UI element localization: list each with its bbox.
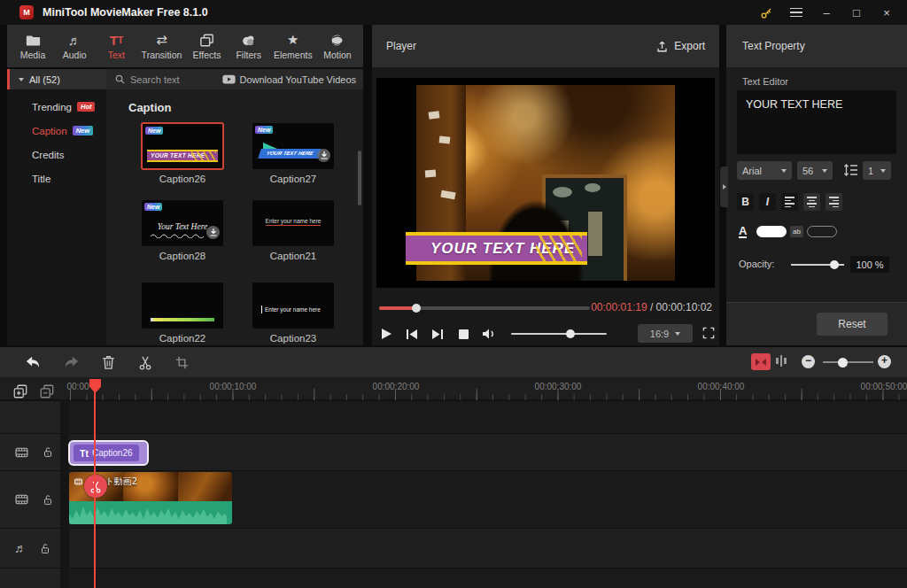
volume-slider[interactable] [511, 333, 607, 335]
text-editor-input[interactable]: YOUR TEXT HERE [737, 90, 896, 154]
caption-template-22[interactable]: Caption22 [141, 282, 224, 329]
sidebar-item-all[interactable]: All (52) [7, 69, 106, 89]
tab-media[interactable]: Media [16, 32, 50, 60]
panel-collapse-handle[interactable] [720, 166, 728, 207]
split-here-button[interactable] [84, 475, 107, 498]
export-button[interactable]: Export [655, 40, 705, 53]
tab-text[interactable]: TT Text [99, 32, 133, 60]
fit-timeline-button[interactable] [751, 353, 771, 370]
align-center-icon [807, 197, 817, 207]
previous-frame-button[interactable] [405, 327, 419, 341]
caption-template-26[interactable]: New YOUR TEXT HERE Caption26 [141, 122, 224, 170]
sidebar-item-caption[interactable]: Caption New [32, 124, 93, 137]
new-badge: New [73, 126, 93, 135]
text-overlay-banner[interactable]: YOUR TEXT HERE [406, 232, 587, 265]
app-title: MiniTool MovieMaker Free 8.1.0 [43, 6, 208, 19]
opacity-handle[interactable] [830, 260, 839, 269]
caption26-preview-text: YOUR TEXT HERE [147, 150, 218, 162]
library-scrollbar[interactable] [358, 151, 361, 205]
tab-transition[interactable]: ⇄ Transition [142, 32, 182, 60]
line-spacing-select[interactable]: 1 [863, 161, 891, 180]
caption26-thumbnail[interactable]: New YOUR TEXT HERE [141, 122, 224, 170]
timeline-caption-clip[interactable]: Tt Caption26 [68, 440, 149, 466]
timeline-zoom-slider[interactable] [823, 361, 873, 363]
caption-template-27[interactable]: New YOUR TEXT HERE Caption27 [252, 122, 335, 170]
remove-track-icon[interactable] [39, 383, 55, 399]
caption21-thumbnail[interactable]: Enter your name here [252, 199, 335, 247]
unlock-icon[interactable] [39, 542, 51, 555]
search-input[interactable]: Search text [130, 74, 180, 85]
video-preview-frame[interactable]: YOUR TEXT HERE [376, 78, 715, 288]
caption-template-23[interactable]: Enter your name here Caption23 [252, 282, 335, 329]
minimize-button[interactable]: – [815, 4, 838, 21]
crop-button[interactable] [174, 354, 190, 370]
bold-button[interactable]: B [737, 193, 754, 211]
undo-button[interactable] [25, 354, 41, 370]
audio-track[interactable]: ♬ [0, 528, 907, 568]
tab-audio[interactable]: ♬ Audio [58, 32, 91, 60]
caption-template-28[interactable]: New Your Text Here Caption28 [141, 199, 224, 247]
add-track-icon[interactable] [12, 383, 28, 399]
align-left-button[interactable] [781, 193, 798, 211]
track-row-empty-top[interactable] [0, 400, 907, 433]
split-button[interactable] [137, 354, 153, 370]
tab-elements[interactable]: ★ Elements [274, 32, 313, 60]
download-icon[interactable] [206, 226, 220, 239]
close-button[interactable]: × [875, 4, 898, 21]
zoom-handle[interactable] [838, 358, 848, 368]
font-color-icon: A [739, 225, 747, 238]
track-row-empty-bottom[interactable] [0, 568, 907, 588]
caption23-thumbnail[interactable]: Enter your name here [252, 282, 335, 329]
caption22-thumbnail[interactable] [141, 282, 224, 329]
zoom-in-button[interactable]: + [878, 355, 891, 368]
license-key-icon[interactable] [755, 4, 778, 21]
redo-button[interactable] [64, 354, 80, 370]
unlock-icon[interactable] [42, 493, 54, 507]
volume-handle[interactable] [566, 329, 575, 338]
reset-button[interactable]: Reset [817, 313, 888, 336]
text-property-footer: Reset [726, 302, 907, 345]
background-color-swatch[interactable] [807, 226, 837, 237]
banner-flag-shape [263, 143, 277, 149]
download-icon[interactable] [317, 149, 330, 162]
caption28-thumbnail[interactable]: New Your Text Here [141, 199, 224, 247]
italic-button[interactable]: I [759, 193, 776, 211]
volume-icon[interactable] [482, 327, 496, 341]
text-property-header: Text Property [726, 25, 907, 67]
fullscreen-button[interactable] [702, 326, 716, 340]
align-center-button[interactable] [803, 193, 820, 211]
zoom-out-button[interactable]: − [802, 355, 815, 368]
playback-progress-bar[interactable] [379, 306, 590, 310]
menu-icon[interactable] [785, 4, 808, 21]
stop-button[interactable] [456, 327, 470, 341]
progress-handle[interactable] [412, 304, 421, 313]
text-editor-label: Text Editor [742, 76, 788, 87]
playhead-line[interactable] [94, 379, 96, 588]
tab-motion[interactable]: Motion [321, 32, 354, 60]
next-frame-button[interactable] [430, 327, 445, 341]
align-right-button[interactable] [826, 193, 842, 211]
unlock-icon[interactable] [42, 445, 54, 459]
tab-effects[interactable]: Effects [190, 32, 224, 60]
sidebar-item-title[interactable]: Title [32, 172, 50, 185]
caption27-thumbnail[interactable]: New YOUR TEXT HERE [252, 122, 335, 170]
maximize-button[interactable]: □ [845, 4, 868, 21]
section-title: Caption [128, 101, 171, 114]
download-youtube-button[interactable]: Download YouTube Videos [222, 74, 364, 85]
sidebar-item-credits[interactable]: Credits [32, 148, 64, 161]
total-time: 00:00:10:02 [656, 301, 712, 313]
font-size-select[interactable]: 56 [797, 161, 833, 180]
sidebar-item-trending[interactable]: Trending Hot [32, 100, 95, 113]
opacity-slider[interactable] [791, 264, 844, 266]
aspect-ratio-select[interactable]: 16:9 [638, 324, 693, 343]
chevron-down-icon [19, 78, 24, 81]
delete-button[interactable] [100, 354, 116, 370]
font-color-swatch[interactable] [756, 226, 787, 237]
font-family-select[interactable]: Arial [737, 161, 792, 180]
track-height-icon[interactable] [776, 355, 787, 367]
music-note-icon: ♬ [68, 32, 81, 48]
play-button[interactable] [379, 327, 393, 341]
chevron-right-icon [723, 184, 726, 190]
tab-filters[interactable]: Filters [232, 32, 266, 60]
caption-template-21[interactable]: Enter your name here Caption21 [252, 199, 335, 247]
